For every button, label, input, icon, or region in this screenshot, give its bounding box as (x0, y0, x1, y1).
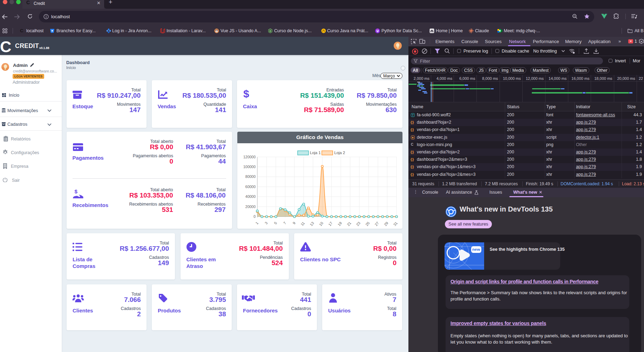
svg-text:31: 31 (392, 221, 398, 227)
svg-text:19: 19 (337, 221, 343, 227)
svg-text:100000: 100000 (243, 165, 256, 169)
svg-text:80000: 80000 (245, 174, 256, 179)
svg-text:5: 5 (273, 221, 278, 225)
svg-text:120000: 120000 (243, 155, 256, 159)
svg-text:23: 23 (355, 221, 361, 227)
svg-text:27: 27 (374, 221, 380, 227)
svg-text:17: 17 (327, 221, 333, 227)
svg-text:Loja 1: Loja 1 (310, 151, 321, 155)
svg-text:3: 3 (264, 221, 269, 225)
svg-text:1: 1 (255, 221, 259, 225)
svg-text:11: 11 (300, 221, 305, 226)
svg-text:60000: 60000 (245, 185, 256, 189)
svg-text:0: 0 (253, 214, 256, 219)
svg-text:40000: 40000 (245, 194, 256, 199)
svg-text:20000: 20000 (245, 205, 256, 209)
svg-text:9: 9 (292, 221, 296, 225)
svg-text:Loja 2: Loja 2 (334, 151, 345, 155)
svg-text:25: 25 (365, 221, 371, 227)
svg-text:29: 29 (383, 221, 389, 227)
svg-text:7: 7 (282, 221, 287, 225)
svg-text:13: 13 (309, 221, 315, 227)
svg-text:15: 15 (318, 221, 324, 227)
svg-text:21: 21 (346, 221, 352, 227)
